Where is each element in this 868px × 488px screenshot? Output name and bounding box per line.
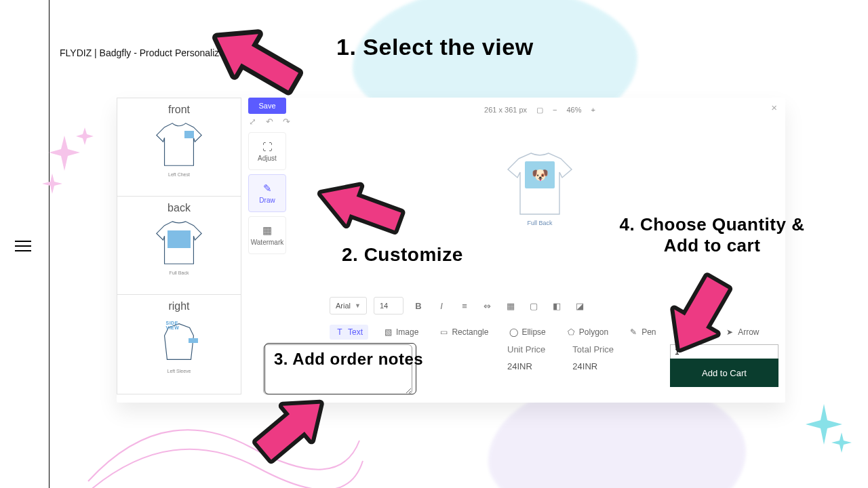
tool-column: Save ⤢ ↶ ↷ ⛶ Adjust ✎ Draw ▦ Watermark bbox=[248, 98, 290, 258]
unit-price: Unit Price 24INR bbox=[507, 344, 545, 371]
rectangle-icon: ▭ bbox=[439, 327, 448, 337]
zoom-in-icon[interactable]: + bbox=[591, 106, 595, 114]
view-label: front bbox=[168, 104, 190, 116]
menu-icon[interactable] bbox=[15, 237, 31, 255]
print-area bbox=[189, 338, 198, 343]
pen-icon: ✎ bbox=[629, 327, 638, 337]
adjust-icon: ⛶ bbox=[262, 141, 273, 152]
image-icon: ▧ bbox=[383, 327, 393, 337]
view-list: front Left Chest back Full Back right bbox=[117, 98, 241, 394]
preview-tee[interactable]: 🐶 Full Back bbox=[502, 152, 577, 233]
tool-adjust[interactable]: ⛶ Adjust bbox=[248, 132, 286, 170]
left-divider bbox=[49, 0, 50, 488]
annotation-step4: 4. Choose Quantity & Add to cart bbox=[610, 214, 814, 256]
tool-draw[interactable]: ✎ Draw bbox=[248, 174, 286, 212]
view-back[interactable]: back Full Back bbox=[117, 197, 241, 295]
ellipse-icon: ◯ bbox=[509, 327, 518, 337]
annotation-step3: 3. Add order notes bbox=[274, 350, 423, 369]
shape-image[interactable]: ▧Image bbox=[378, 325, 424, 340]
preview-caption: Full Back bbox=[502, 220, 577, 226]
pattern-icon[interactable]: ▦ bbox=[502, 298, 519, 314]
zoom-level: 46% bbox=[566, 106, 581, 114]
font-select[interactable]: Arial▼ bbox=[330, 297, 367, 314]
crop-icon[interactable]: ▢ bbox=[536, 106, 543, 115]
letter-spacing-icon[interactable]: ⇔ bbox=[479, 298, 496, 314]
close-icon[interactable]: × bbox=[771, 102, 777, 113]
sparkle-icon bbox=[41, 122, 102, 197]
sparkle-icon bbox=[800, 397, 854, 458]
shape-polygon[interactable]: ⬠Polygon bbox=[561, 325, 614, 340]
zoom-out-icon[interactable]: − bbox=[553, 106, 557, 114]
annotation-arrow-3 bbox=[237, 380, 339, 481]
total-price: Total Price 24INR bbox=[572, 344, 614, 371]
tool-watermark[interactable]: ▦ Watermark bbox=[248, 216, 286, 254]
outline-icon[interactable]: ▢ bbox=[526, 298, 542, 314]
annotation-arrow-1 bbox=[197, 5, 326, 121]
shape-rectangle[interactable]: ▭Rectangle bbox=[433, 325, 494, 340]
annotation-arrow-4 bbox=[651, 256, 753, 365]
view-label: back bbox=[167, 202, 191, 214]
view-right[interactable]: right SIDE VIEW Left Sleeve bbox=[117, 295, 241, 393]
print-area bbox=[167, 230, 191, 248]
shape-ellipse[interactable]: ◯Ellipse bbox=[503, 325, 551, 340]
align-icon[interactable]: ≡ bbox=[456, 298, 473, 314]
shape-text[interactable]: TText bbox=[330, 325, 368, 340]
italic-icon[interactable]: I bbox=[433, 298, 450, 314]
draw-icon: ✎ bbox=[263, 182, 272, 195]
canvas-dimensions: 261 x 361 px bbox=[484, 106, 527, 114]
canvas-top-bar: 261 x 361 px ▢ − 46% + bbox=[294, 102, 785, 118]
shadow-icon[interactable]: ◪ bbox=[572, 298, 588, 314]
font-size-input[interactable]: 14 bbox=[374, 297, 403, 314]
annotation-step1: 1. Select the view bbox=[336, 34, 534, 60]
bold-icon[interactable]: B bbox=[410, 298, 427, 314]
watermark-icon: ▦ bbox=[262, 224, 272, 237]
preview-art: 🐶 bbox=[525, 161, 555, 188]
polygon-icon: ⬠ bbox=[566, 327, 576, 337]
print-area bbox=[184, 131, 194, 138]
text-icon: T bbox=[335, 327, 344, 337]
annotation-arrow-2 bbox=[305, 168, 420, 249]
layer-icon[interactable]: ◧ bbox=[549, 298, 565, 314]
view-label: right bbox=[168, 300, 189, 312]
